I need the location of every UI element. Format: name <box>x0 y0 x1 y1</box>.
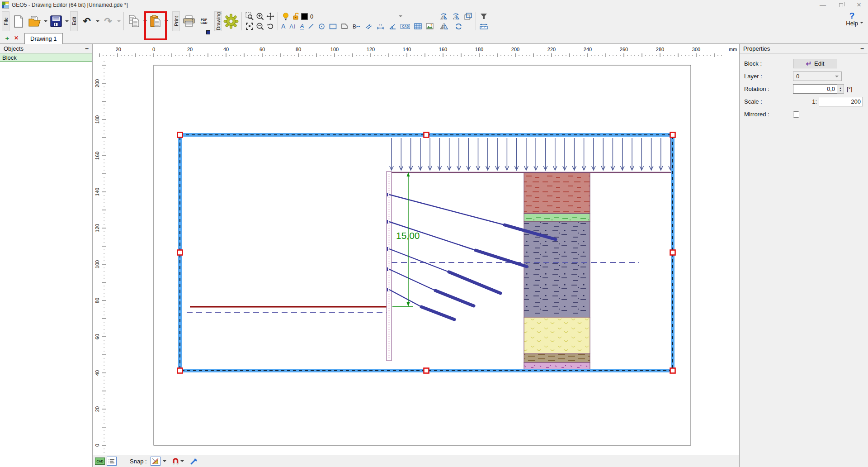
undo-icon: ↶ <box>83 17 91 26</box>
selection-handle[interactable] <box>670 250 675 255</box>
zoom-in-button[interactable] <box>255 12 265 21</box>
undo-button[interactable]: ↶ <box>79 11 95 32</box>
snap-dropdown[interactable] <box>162 457 168 466</box>
export-pdf-cad-button[interactable]: PDF CAD <box>197 11 211 32</box>
collapse-icon[interactable]: – <box>860 45 864 52</box>
svg-text:140: 140 <box>403 47 411 52</box>
save-dropdown[interactable] <box>64 11 69 32</box>
mirrored-checkbox[interactable] <box>793 111 799 118</box>
minimize-button[interactable]: — <box>814 0 832 10</box>
multitext-tool-button[interactable]: AI <box>289 23 296 30</box>
copy-dropdown[interactable] <box>142 11 147 32</box>
selection-handle[interactable] <box>424 133 429 138</box>
file-menu-button[interactable]: File <box>2 11 9 31</box>
paste-dropdown[interactable] <box>164 11 169 32</box>
rotation-input[interactable] <box>793 84 837 94</box>
copy-objects-button[interactable] <box>439 12 449 21</box>
layer-selected-value: 0 <box>796 73 799 80</box>
linear-dimension-tool-button[interactable]: 11 <box>377 23 385 30</box>
text-arc-tool-button[interactable]: B <box>352 23 360 29</box>
measure-button[interactable] <box>478 22 489 31</box>
selection-handle[interactable] <box>424 368 429 373</box>
caret-down-icon <box>399 15 402 17</box>
cad-tool-button[interactable]: CAD <box>401 24 410 29</box>
zoom-select-button[interactable] <box>244 12 255 21</box>
edit-text-tool-button[interactable]: A <box>300 24 304 29</box>
snap-mode-button[interactable] <box>151 457 160 466</box>
circle-tool-button[interactable] <box>318 23 325 30</box>
snap-settings-button[interactable] <box>190 457 198 465</box>
line-tool-button[interactable] <box>308 23 314 29</box>
drawing-menu-button[interactable]: Drawing <box>214 11 222 31</box>
drawing-canvas[interactable]: -200204060801001201401601802002202402602… <box>93 44 739 455</box>
new-file-button[interactable] <box>10 11 27 32</box>
toolbar-separator <box>241 12 242 30</box>
mirror-button[interactable] <box>439 22 449 31</box>
properties-panel-header: Properties – <box>740 44 868 53</box>
move-objects-button[interactable] <box>451 12 461 21</box>
paste-button[interactable] <box>147 11 164 32</box>
settings-button[interactable] <box>223 11 239 32</box>
zoom-fit-button[interactable] <box>244 22 255 31</box>
layer-color-select[interactable]: 0 <box>301 12 404 21</box>
caret-down-icon <box>180 460 184 462</box>
selection-handle[interactable] <box>178 250 183 255</box>
print-button[interactable] <box>181 11 197 32</box>
magnet-button[interactable] <box>171 457 179 465</box>
save-button[interactable] <box>48 11 64 32</box>
scale-prefix: 1: <box>812 98 817 105</box>
scale-input[interactable] <box>819 97 863 106</box>
angle-dimension-tool-button[interactable] <box>389 23 396 30</box>
redo-button[interactable]: ↷ <box>100 11 116 32</box>
magnet-dropdown[interactable] <box>179 457 185 466</box>
tab-drawing-1[interactable]: Drawing 1 <box>24 33 63 44</box>
cad-mode-badge[interactable]: CAD <box>95 457 105 465</box>
restore-button[interactable] <box>832 0 850 10</box>
line-style-button[interactable] <box>107 457 117 466</box>
open-file-button[interactable] <box>27 11 43 32</box>
layer-select[interactable]: 0 <box>793 71 842 81</box>
selection-handle[interactable] <box>178 133 183 138</box>
text-tool-button[interactable]: A <box>281 23 285 30</box>
collapse-icon[interactable]: – <box>85 45 89 52</box>
open-file-dropdown[interactable] <box>43 11 48 32</box>
rotate-button[interactable] <box>453 22 464 31</box>
undo-dropdown[interactable] <box>95 11 100 32</box>
table-tool-button[interactable] <box>414 23 422 29</box>
rotation-spinner[interactable]: ▲▼ <box>837 84 844 94</box>
help-dropdown[interactable] <box>860 22 863 24</box>
help-icon: ? <box>849 12 855 20</box>
toolbar-separator <box>476 12 476 30</box>
help-button[interactable]: ? Help <box>846 12 858 27</box>
selection-handle[interactable] <box>178 368 183 373</box>
close-tab-button[interactable]: ✕ <box>12 33 21 43</box>
properties-panel-title: Properties <box>743 45 770 52</box>
edit-button-label: Edit <box>814 60 824 67</box>
close-button[interactable]: × <box>850 0 868 10</box>
dimension-arrows-tool-button[interactable] <box>364 23 373 29</box>
svg-text:180: 180 <box>94 115 100 124</box>
redo-dropdown[interactable] <box>116 11 121 32</box>
visibility-button[interactable] <box>280 12 291 21</box>
close-icon: × <box>857 0 861 10</box>
copy-3d-button[interactable] <box>463 12 473 21</box>
filter-button[interactable] <box>478 12 489 21</box>
previous-view-button[interactable] <box>265 22 275 31</box>
polygon-tool-button[interactable] <box>341 23 348 29</box>
print-menu-button[interactable]: Print <box>172 11 180 31</box>
svg-text:0: 0 <box>94 444 100 447</box>
svg-text:60: 60 <box>259 47 265 52</box>
edit-block-button[interactable]: ↵ Edit <box>793 59 837 68</box>
pan-button[interactable] <box>265 12 275 21</box>
selection-handle[interactable] <box>670 368 675 373</box>
object-list-item-block[interactable]: Block <box>0 53 92 62</box>
image-tool-button[interactable] <box>426 23 434 29</box>
zoom-out-button[interactable] <box>255 22 265 31</box>
lock-button[interactable] <box>291 12 301 21</box>
copy-button[interactable] <box>126 11 142 32</box>
svg-text:-20: -20 <box>114 47 121 52</box>
add-tab-button[interactable]: + <box>3 33 12 43</box>
edit-menu-button[interactable]: Edit <box>70 11 78 31</box>
selection-handle[interactable] <box>670 133 675 138</box>
rectangle-tool-button[interactable] <box>329 24 337 29</box>
